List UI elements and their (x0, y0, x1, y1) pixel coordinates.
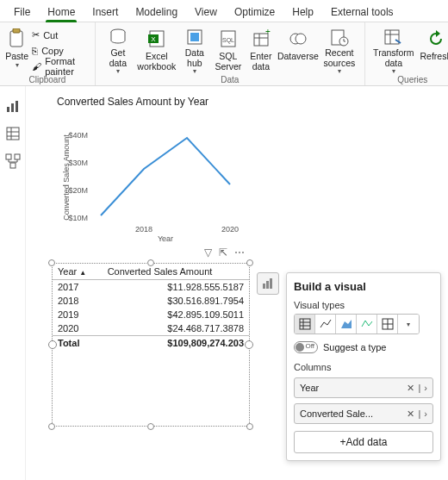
data-hub-label: Data hub (178, 48, 211, 68)
vtype-line2[interactable] (357, 315, 377, 334)
chevron-down-icon: ▾ (116, 68, 120, 76)
svg-rect-7 (190, 33, 199, 41)
vtype-table[interactable] (295, 315, 315, 334)
model-view-button[interactable] (5, 153, 21, 169)
transform-icon (383, 28, 405, 47)
tab-optimize[interactable]: Optimize (226, 2, 283, 22)
resize-handle[interactable] (246, 423, 253, 430)
col-header-amount[interactable]: Converted Sales Amount (103, 264, 249, 280)
field-label: Year (300, 383, 319, 393)
svg-text:$30M: $30M (68, 159, 88, 167)
col-header-year[interactable]: Year ▲ (53, 264, 103, 280)
svg-text:$20M: $20M (68, 186, 88, 195)
toggle-state-label: Off (305, 342, 314, 350)
svg-marker-44 (341, 320, 352, 328)
vtype-line[interactable] (315, 315, 336, 334)
database-icon (107, 28, 129, 47)
remove-field-icon[interactable]: ✕ (407, 408, 414, 420)
build-visual-panel: Build a visual Visual types ▾ Off Sugges… (286, 272, 441, 461)
cut-button[interactable]: ✂ Cut (30, 28, 86, 42)
group-label-queries: Queries (397, 75, 427, 86)
field-label: Converted Sale... (300, 408, 373, 419)
paste-label: Paste (5, 52, 28, 62)
chart-title: Converted Sales Amount by Year (52, 93, 250, 108)
copy-icon: ⎘ (32, 46, 38, 56)
vtype-matrix[interactable] (377, 315, 398, 334)
svg-text:X: X (151, 35, 156, 43)
tab-file[interactable]: File (5, 2, 39, 22)
vtype-area[interactable] (336, 315, 357, 334)
tab-help[interactable]: Help (283, 2, 322, 22)
sql-server-button[interactable]: SQL SQL Server (211, 25, 246, 75)
refresh-button[interactable]: Refresh (417, 25, 448, 75)
dataverse-button[interactable]: Dataverse (277, 25, 320, 75)
suggest-type-toggle[interactable]: Off (294, 341, 318, 353)
dataverse-label: Dataverse (277, 52, 319, 62)
columns-label: Columns (294, 362, 433, 372)
table-row[interactable]: 2020$24.468.717.3878 (53, 321, 249, 336)
chart-line (101, 138, 230, 215)
ribbon-group-queries: Transform data▾ Refresh Queries (365, 22, 448, 85)
transform-label: Transform data (370, 48, 417, 68)
resize-handle[interactable] (48, 259, 55, 266)
ribbon-group-clipboard: Paste ▾ ✂ Cut ⎘ Copy 🖌 Format painter Cl… (0, 22, 96, 85)
field-menu-icon[interactable]: › (424, 383, 427, 394)
table-total-row: Total$109,809,274.203 (53, 336, 249, 351)
field-menu-icon[interactable]: › (424, 408, 427, 420)
field-pill-year[interactable]: Year ✕|› (294, 377, 433, 398)
data-view-button[interactable] (5, 126, 21, 141)
svg-rect-23 (16, 101, 18, 112)
focus-mode-icon[interactable]: ⇱ (219, 246, 227, 259)
visual-types-label: Visual types (294, 300, 433, 310)
tab-modeling[interactable]: Modeling (127, 2, 186, 22)
chevron-down-icon: ▾ (193, 68, 196, 76)
remove-field-icon[interactable]: ✕ (407, 383, 414, 394)
format-painter-label: Format painter (45, 56, 84, 77)
svg-text:SQL: SQL (222, 37, 234, 44)
paste-button[interactable]: Paste ▾ (5, 25, 28, 75)
svg-rect-0 (10, 31, 22, 47)
more-options-icon[interactable]: ⋯ (234, 246, 245, 259)
refresh-icon (425, 28, 447, 50)
report-view-button[interactable] (5, 98, 21, 114)
refresh-label: Refresh (420, 52, 448, 62)
vtype-more[interactable]: ▾ (398, 315, 419, 334)
menu-tabs: File Home Insert Modeling View Optimize … (0, 0, 448, 22)
excel-workbook-button[interactable]: X Excel workbook (135, 25, 178, 75)
recent-sources-button[interactable]: Recent sources▾ (320, 25, 359, 75)
table-row[interactable]: 2018$30.516.891.7954 (53, 294, 249, 308)
table-row[interactable]: 2017$11.928.555.5187 (53, 280, 249, 295)
recent-label: Recent sources (320, 48, 359, 68)
resize-handle[interactable] (48, 423, 55, 430)
tab-external-tools[interactable]: External tools (322, 2, 402, 22)
transform-data-button[interactable]: Transform data▾ (370, 25, 417, 75)
data-table: Year ▲ Converted Sales Amount 2017$11.92… (53, 264, 249, 350)
data-hub-icon (184, 28, 206, 47)
get-data-button[interactable]: Get data▾ (101, 25, 135, 75)
resize-handle[interactable] (147, 423, 154, 430)
copy-label: Copy (41, 46, 64, 56)
svg-rect-38 (266, 281, 269, 289)
table-visual[interactable]: Year ▲ Converted Sales Amount 2017$11.92… (52, 263, 250, 427)
svg-rect-40 (300, 319, 310, 329)
chevron-down-icon: ▾ (16, 62, 19, 70)
chevron-down-icon: ▾ (338, 68, 341, 76)
format-painter-button[interactable]: 🖌 Format painter (30, 59, 86, 73)
resize-handle[interactable] (246, 259, 253, 266)
line-chart-visual[interactable]: Converted Sales Amount by Year Converted… (52, 93, 250, 257)
tab-insert[interactable]: Insert (84, 2, 127, 22)
visual-type-picker: ▾ (294, 314, 420, 334)
table-row[interactable]: 2019$42.895.109.5011 (53, 308, 249, 321)
data-hub-button[interactable]: Data hub▾ (178, 25, 211, 75)
field-pill-amount[interactable]: Converted Sale... ✕|› (294, 403, 433, 424)
tab-view[interactable]: View (186, 2, 226, 22)
svg-text:2018: 2018 (135, 225, 152, 234)
svg-text:2020: 2020 (221, 225, 239, 234)
resize-handle[interactable] (147, 259, 154, 266)
filter-icon[interactable]: ▽ (204, 246, 212, 259)
visual-type-toggle-button[interactable] (257, 272, 279, 295)
tab-home[interactable]: Home (39, 2, 84, 22)
chevron-down-icon: ▾ (392, 68, 395, 76)
add-data-button[interactable]: +Add data (294, 431, 433, 453)
enter-data-button[interactable]: + Enter data (246, 25, 277, 75)
